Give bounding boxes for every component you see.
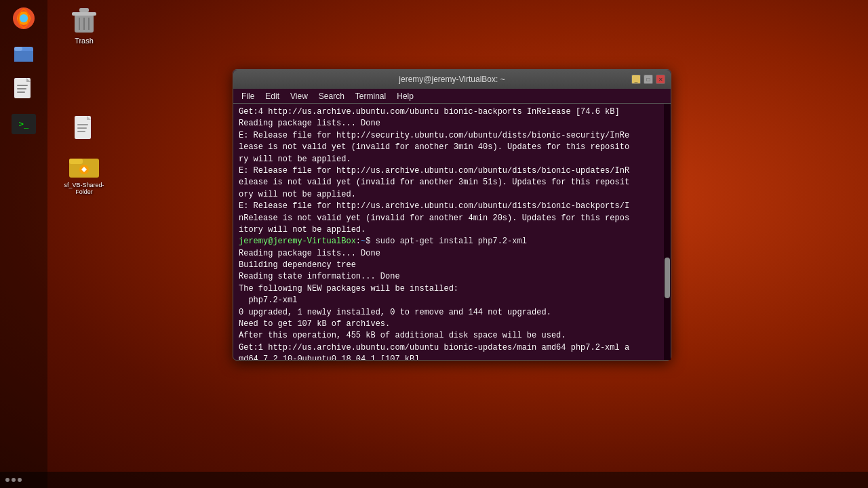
taskbar-dots (5, 478, 22, 482)
menu-edit[interactable]: Edit (260, 90, 285, 102)
terminal-sidebar-icon: >_ (12, 112, 36, 136)
sidebar: >_ (0, 0, 47, 488)
output-line-10: nRelease is not valid yet (invalid for a… (239, 213, 665, 224)
shared-folder-icon (69, 150, 99, 180)
maximize-button[interactable]: □ (644, 75, 653, 84)
menu-help[interactable]: Help (391, 90, 419, 102)
shared-folder-label: sf_VB-Shared-Folder (60, 182, 108, 195)
output-line-15: The following NEW packages will be insta… (239, 283, 665, 295)
trash-label: Trash (75, 37, 94, 45)
desktop-icon-doc[interactable] (57, 112, 111, 147)
svg-point-2 (20, 14, 28, 22)
menu-search[interactable]: Search (313, 90, 350, 102)
svg-rect-9 (17, 88, 26, 89)
svg-rect-12 (72, 12, 96, 16)
output-line-16: php7.2-xml (239, 295, 665, 306)
svg-rect-13 (79, 8, 89, 12)
svg-rect-5 (14, 47, 22, 51)
output-line-1: Get:4 http://us.archive.ubuntu.com/ubunt… (239, 106, 665, 118)
scrollbar-thumb[interactable] (665, 258, 670, 298)
terminal-menubar: File Edit View Search Terminal Help (233, 89, 671, 104)
taskbar-dot-2 (12, 478, 16, 482)
output-line-21: md64 7.2.10-0ubuntu0.18.04.1 [107 kB] (239, 354, 665, 360)
svg-rect-21 (77, 131, 85, 132)
output-line-19: After this operation, 455 kB of addition… (239, 330, 665, 342)
output-line-20: Get:1 http://us.archive.ubuntu.com/ubunt… (239, 342, 665, 354)
svg-rect-8 (17, 85, 28, 86)
output-line-5: ry will not be applied. (239, 154, 665, 165)
terminal-titlebar: jeremy@jeremy-VirtualBox: ~ _ □ ✕ (233, 70, 671, 89)
terminal-body[interactable]: Get:4 http://us.archive.ubuntu.com/ubunt… (233, 104, 671, 360)
sidebar-icon-document[interactable] (9, 74, 39, 104)
output-line-18: Need to get 107 kB of archives. (239, 319, 665, 330)
output-line-6: E: Release file for http://us.archive.ub… (239, 165, 665, 177)
files-icon (12, 41, 36, 66)
output-line-17: 0 upgraded, 1 newly installed, 0 to remo… (239, 307, 665, 319)
taskbar (0, 472, 868, 488)
terminal-scrollbar[interactable] (664, 104, 671, 360)
firefox-icon (12, 6, 36, 30)
terminal-title: jeremy@jeremy-VirtualBox: ~ (239, 75, 665, 84)
output-line-3: E: Release file for http://security.ubun… (239, 130, 665, 142)
output-line-2: Reading package lists... Done (239, 118, 665, 129)
sidebar-icon-terminal[interactable]: >_ (9, 109, 39, 139)
document-icon (12, 77, 36, 101)
sidebar-icon-firefox[interactable] (9, 3, 39, 33)
taskbar-dot-3 (18, 478, 22, 482)
trash-icon (69, 5, 99, 35)
menu-file[interactable]: File (236, 90, 260, 102)
output-line-9: E: Release file for http://us.archive.ub… (239, 201, 665, 212)
menu-view[interactable]: View (285, 90, 313, 102)
sidebar-icon-files[interactable] (9, 39, 39, 68)
close-button[interactable]: ✕ (656, 75, 665, 84)
output-line-12: Reading package lists... Done (239, 248, 665, 260)
menu-terminal[interactable]: Terminal (350, 90, 391, 102)
desktop-icon-trash[interactable]: Trash (57, 3, 111, 47)
desktop-icon-shared-folder[interactable]: sf_VB-Shared-Folder (57, 148, 111, 198)
minimize-button[interactable]: _ (631, 75, 641, 84)
output-line-13: Building dependency tree (239, 260, 665, 271)
svg-rect-23 (69, 159, 83, 164)
output-line-8: ory will not be applied. (239, 189, 665, 201)
svg-rect-10 (17, 92, 25, 93)
output-line-11: itory will not be applied. (239, 224, 665, 236)
output-line-7: elease is not valid yet (invalid for ano… (239, 177, 665, 188)
output-line-14: Reading state information... Done (239, 271, 665, 283)
output-line-4: lease is not valid yet (invalid for anot… (239, 142, 665, 153)
svg-rect-20 (77, 127, 87, 129)
taskbar-dot-1 (5, 478, 9, 482)
prompt-line-1: jeremy@jeremy-VirtualBox:~$ sudo apt-get… (239, 236, 665, 247)
svg-rect-19 (77, 124, 88, 125)
svg-rect-4 (14, 51, 33, 62)
window-buttons: _ □ ✕ (631, 75, 665, 84)
terminal-window: jeremy@jeremy-VirtualBox: ~ _ □ ✕ File E… (233, 69, 671, 361)
doc-icon (69, 115, 99, 144)
